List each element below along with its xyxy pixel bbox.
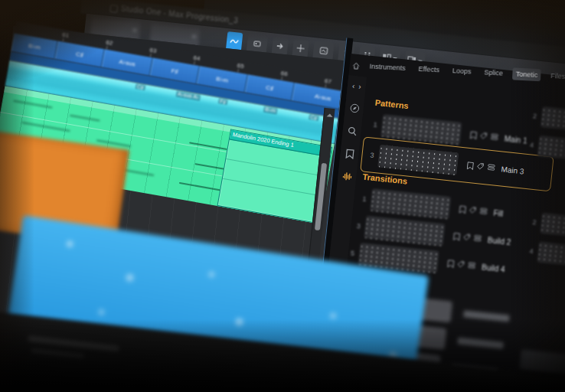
home-icon[interactable]	[352, 62, 359, 69]
section-header-patterns: Patterns	[374, 98, 409, 111]
row-icons	[459, 204, 488, 216]
back-icon[interactable]: ‹	[351, 81, 354, 90]
photo-stage: Studio One - Max Progression_3	[0, 0, 565, 392]
tab-instruments[interactable]: Instruments	[366, 60, 409, 74]
row-number: 3	[352, 222, 361, 230]
tab-effects[interactable]: Effects	[415, 63, 443, 77]
wave-chord: C♯	[309, 114, 319, 121]
explore-icon[interactable]	[349, 103, 360, 113]
row-number: 2	[528, 218, 537, 227]
bookmark-icon	[466, 161, 474, 170]
tag-icon	[457, 260, 465, 269]
bookmark-icon	[459, 204, 466, 214]
layers-icon	[479, 207, 488, 214]
layers-icon	[491, 132, 499, 140]
row-number: 1	[358, 194, 367, 203]
row-number: 4	[526, 141, 534, 149]
scroll-up-arrow[interactable]	[327, 110, 334, 117]
search-icon[interactable]	[347, 126, 358, 136]
tab-splice[interactable]: Splice	[481, 66, 506, 80]
pattern-label: Main 3	[501, 165, 524, 175]
bookmark-icon	[469, 130, 477, 139]
pattern-row-right[interactable]: 2	[528, 105, 565, 135]
tag-icon	[480, 132, 488, 140]
wave-chord: C♯	[135, 83, 145, 90]
transition-label: Fill	[493, 208, 504, 217]
row-icons	[447, 259, 476, 270]
audition-wave-icon[interactable]	[341, 172, 352, 181]
blurred-label	[463, 310, 510, 322]
row-icons	[466, 161, 495, 172]
app-icon	[109, 5, 118, 13]
wave-chord: F♯	[218, 98, 228, 105]
row-icons	[469, 130, 498, 142]
forward-icon[interactable]: ›	[358, 82, 361, 90]
pattern-thumbnail[interactable]	[540, 212, 565, 240]
pattern-thumbnail[interactable]	[370, 188, 452, 220]
transition-row-right[interactable]: 4	[524, 240, 565, 270]
transition-row-right[interactable]: 2	[527, 211, 565, 241]
bookmark-icon[interactable]	[345, 149, 354, 159]
blurred-label	[457, 337, 504, 348]
transition-label: Build 4	[482, 263, 506, 273]
row-number: 2	[529, 112, 537, 120]
layers-icon	[487, 163, 495, 171]
tag-icon	[463, 233, 472, 241]
tab-loops[interactable]: Loops	[449, 64, 474, 78]
tab-tonetic[interactable]: Tonetic	[512, 67, 541, 81]
row-number: 4	[525, 247, 534, 255]
bookmark-icon	[453, 232, 461, 241]
pattern-label: Main 1	[504, 134, 527, 145]
row-number: 5	[347, 249, 355, 257]
row-number: 1	[369, 120, 377, 129]
layers-icon	[468, 261, 476, 269]
tag-icon	[469, 206, 477, 214]
pattern-thumbnail[interactable]	[364, 215, 446, 247]
row-number: 3	[366, 151, 374, 159]
blurred-smudge	[31, 348, 84, 359]
bookmark-icon	[447, 259, 455, 268]
layers-icon	[474, 234, 482, 242]
pattern-thumbnail[interactable]	[537, 241, 565, 270]
pattern-thumbnail[interactable]	[541, 106, 565, 135]
tag-icon	[476, 162, 485, 171]
wave-chord: B♭m	[263, 106, 278, 115]
transition-label: Build 2	[487, 236, 511, 247]
row-icons	[453, 232, 482, 243]
tab-files[interactable]: Files	[547, 70, 565, 83]
